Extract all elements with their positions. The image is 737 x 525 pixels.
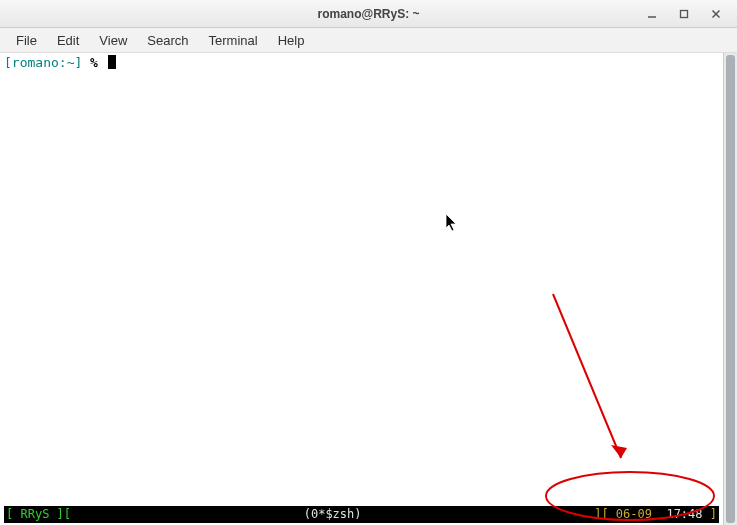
- close-icon: [711, 9, 721, 19]
- prompt-user: romano: [12, 55, 59, 71]
- screen-statusline: [ RRyS ][ (0*$zsh) ][ 06-09 17:48 ]: [4, 506, 719, 523]
- prompt-close-bracket: ]: [74, 55, 82, 71]
- titlebar[interactable]: romano@RRyS: ~: [0, 0, 737, 28]
- menu-terminal[interactable]: Terminal: [201, 30, 266, 51]
- status-time: 17:48: [666, 506, 702, 523]
- menu-edit[interactable]: Edit: [49, 30, 87, 51]
- maximize-icon: [679, 9, 689, 19]
- terminal-window: romano@RRyS: ~ File Edit View Search Ter…: [0, 0, 737, 525]
- scrollbar-thumb[interactable]: [726, 55, 735, 523]
- menu-search[interactable]: Search: [139, 30, 196, 51]
- text-cursor: [108, 55, 116, 69]
- prompt-symbol: %: [82, 55, 105, 71]
- window-title: romano@RRyS: ~: [0, 7, 737, 21]
- status-left-open: [: [6, 506, 20, 523]
- menu-help[interactable]: Help: [270, 30, 313, 51]
- menubar: File Edit View Search Terminal Help: [0, 28, 737, 53]
- close-button[interactable]: [709, 7, 723, 21]
- svg-rect-1: [681, 10, 688, 17]
- menu-file[interactable]: File: [8, 30, 45, 51]
- minimize-button[interactable]: [645, 7, 659, 21]
- status-date: 06-09: [616, 506, 652, 523]
- terminal-viewport[interactable]: [romano:~] % [ RRyS ][ (0*$zsh) ][ 06-09…: [0, 53, 723, 525]
- status-left-close: ][: [49, 506, 71, 523]
- terminal-area-wrapper: [romano:~] % [ RRyS ][ (0*$zsh) ][ 06-09…: [0, 53, 737, 525]
- vertical-scrollbar[interactable]: [723, 53, 737, 525]
- prompt-path: ~: [67, 55, 75, 71]
- prompt-open-bracket: [: [4, 55, 12, 71]
- prompt-sep: :: [59, 55, 67, 71]
- menu-view[interactable]: View: [91, 30, 135, 51]
- maximize-button[interactable]: [677, 7, 691, 21]
- window-controls: [645, 7, 737, 21]
- minimize-icon: [647, 9, 657, 19]
- status-host: RRyS: [20, 506, 49, 523]
- status-right-close: ]: [703, 506, 717, 523]
- status-right-open: ][: [594, 506, 616, 523]
- prompt-line: [romano:~] %: [4, 55, 719, 71]
- status-center: (0*$zsh): [304, 506, 362, 523]
